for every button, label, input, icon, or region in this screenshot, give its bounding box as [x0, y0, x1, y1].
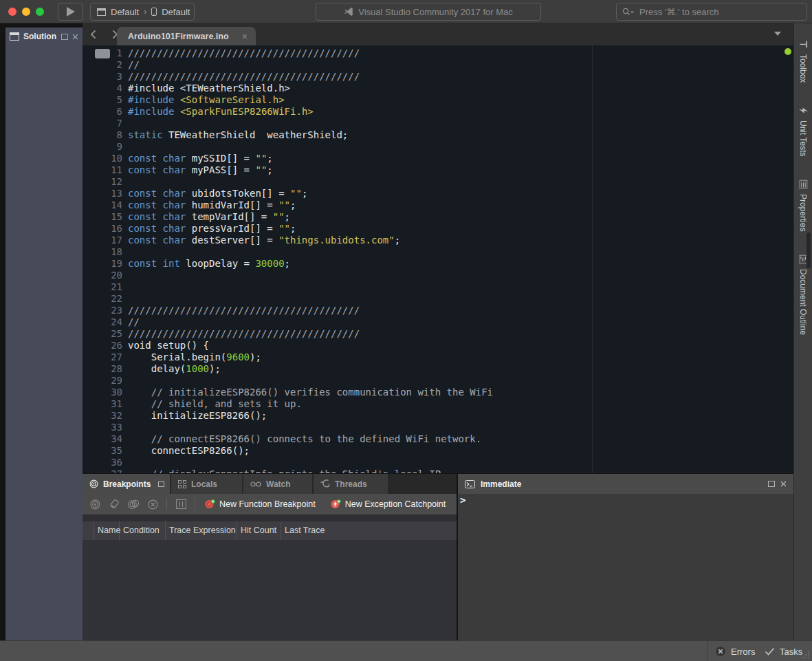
file-health-indicator-dot[interactable]	[784, 48, 791, 55]
code-line[interactable]: 17const char destServer[] = "things.ubid…	[83, 235, 777, 246]
line-number[interactable]: 7	[83, 118, 122, 129]
code-line[interactable]: 23//////////////////////////////////////…	[83, 305, 777, 316]
tab-list-dropdown-icon[interactable]	[774, 32, 781, 36]
line-number[interactable]: 1	[83, 47, 122, 59]
line-number[interactable]: 13	[83, 188, 122, 199]
code-line[interactable]: 14const char humidVarId[] = "";	[83, 199, 777, 211]
new-function-breakpoint-button[interactable]: New Function Breakpoint	[199, 499, 321, 509]
line-number[interactable]: 6	[83, 106, 122, 118]
tab-watch[interactable]: Watch	[243, 474, 312, 494]
line-number[interactable]: 24	[83, 316, 122, 328]
code-line[interactable]: 19const int loopDelay = 30000;	[83, 258, 777, 270]
code-line[interactable]: 32 initializeESP8266();	[83, 410, 777, 422]
sidebar-item-properties[interactable]: Properties	[798, 180, 808, 232]
code-editor[interactable]: 1///////////////////////////////////////…	[83, 45, 793, 473]
code-line[interactable]: 4#include <TEWeatherShield.h>	[83, 83, 777, 94]
tab-arduino101firmware[interactable]: Arduino101Firmware.ino ×	[117, 27, 256, 45]
breakpoints-list[interactable]	[83, 540, 457, 641]
line-number[interactable]: 10	[83, 153, 122, 164]
column-header[interactable]: Name	[94, 521, 120, 540]
remove-breakpoint-icon[interactable]	[143, 499, 162, 510]
configuration-primary[interactable]: Default	[111, 7, 139, 17]
scrollbar-thumb[interactable]	[806, 232, 811, 268]
resize-grip[interactable]	[802, 651, 810, 659]
code-line[interactable]: 27 Serial.begin(9600);	[83, 351, 777, 363]
new-exception-catchpoint-button[interactable]: New Exception Catchpoint	[325, 499, 452, 509]
line-number[interactable]: 21	[83, 281, 122, 293]
code-line[interactable]: 11const char myPASS[] = "";	[83, 164, 777, 176]
line-number[interactable]: 19	[83, 258, 122, 270]
code-line[interactable]: 3///////////////////////////////////////…	[83, 71, 777, 83]
column-header[interactable]: Condition	[120, 521, 166, 540]
code-line[interactable]: 5#include <SoftwareSerial.h>	[83, 94, 777, 106]
line-number[interactable]: 28	[83, 363, 122, 375]
minimize-window-button[interactable]	[22, 8, 30, 16]
zoom-window-button[interactable]	[36, 8, 44, 16]
code-line[interactable]: 8static TEWeatherShield weatherShield;	[83, 129, 777, 141]
line-number[interactable]: 12	[83, 176, 122, 188]
line-number[interactable]: 20	[83, 270, 122, 281]
clear-breakpoints-eraser-icon[interactable]	[105, 499, 124, 509]
line-number[interactable]: 4	[83, 83, 122, 94]
code-line[interactable]: 34 // connectESP8266() connects to the d…	[83, 433, 777, 445]
column-header[interactable]: Hit Count	[237, 521, 281, 540]
close-window-button[interactable]	[8, 8, 17, 16]
line-number[interactable]: 3	[83, 71, 122, 83]
line-number[interactable]: 25	[83, 328, 122, 340]
line-number[interactable]: 31	[83, 398, 122, 410]
line-number[interactable]: 5	[83, 94, 122, 106]
code-line[interactable]: 24//	[83, 316, 777, 328]
code-line[interactable]: 10const char mySSID[] = "";	[83, 153, 777, 164]
code-line[interactable]: 21	[83, 281, 777, 293]
close-icon[interactable]	[780, 481, 787, 487]
sidebar-item-unit-tests[interactable]: Unit Tests	[798, 106, 808, 156]
code-line[interactable]: 7	[83, 118, 777, 129]
line-number[interactable]: 22	[83, 293, 122, 305]
code-line[interactable]: 35 connectESP8266();	[83, 445, 777, 457]
code-line[interactable]: 6#include <SparkFunESP8266WiFi.h>	[83, 106, 777, 118]
code-line[interactable]: 2//	[83, 59, 777, 71]
code-line[interactable]: 1///////////////////////////////////////…	[83, 47, 777, 59]
code-line[interactable]: 20	[83, 270, 777, 281]
line-number[interactable]: 18	[83, 246, 122, 258]
line-number[interactable]: 15	[83, 211, 122, 223]
line-number[interactable]: 9	[83, 141, 122, 153]
line-number[interactable]: 27	[83, 351, 122, 363]
new-breakpoint-icon[interactable]	[85, 499, 105, 510]
code-line[interactable]: 31 // shield, and sets it up.	[83, 398, 777, 410]
code-line[interactable]: 37 // displayConnectInfo prints the Shie…	[83, 468, 777, 473]
dock-icon[interactable]	[158, 481, 164, 487]
tab-close-icon[interactable]: ×	[241, 32, 249, 41]
code-line[interactable]: 33	[83, 422, 777, 433]
close-icon[interactable]	[72, 34, 78, 40]
line-number[interactable]: 32	[83, 410, 122, 422]
configuration-secondary[interactable]: Default	[162, 7, 190, 17]
immediate-prompt[interactable]: >	[460, 495, 465, 506]
immediate-console[interactable]: >	[458, 494, 793, 641]
line-number[interactable]: 36	[83, 457, 122, 468]
sidebar-item-toolbox[interactable]: Toolbox	[798, 40, 808, 83]
code-line[interactable]: 30 // initializeESP8266() verifies commu…	[83, 387, 777, 398]
line-number[interactable]: 17	[83, 235, 122, 246]
code-line[interactable]: 18	[83, 246, 777, 258]
code-line[interactable]: 26void setup() {	[83, 340, 777, 351]
dock-icon[interactable]	[768, 481, 775, 487]
line-number[interactable]: 23	[83, 305, 122, 316]
line-number[interactable]: 11	[83, 164, 122, 176]
errors-button[interactable]: Errors	[715, 641, 755, 661]
tab-breakpoints[interactable]: Breakpoints	[83, 474, 170, 494]
line-number[interactable]: 26	[83, 340, 122, 351]
line-number[interactable]: 16	[83, 223, 122, 235]
code-line[interactable]: 9	[83, 141, 777, 153]
line-number[interactable]: 2	[83, 59, 122, 71]
columns-options-icon[interactable]	[171, 499, 190, 509]
code-line[interactable]: 16const char pressVarId[] = "";	[83, 223, 777, 235]
code-line[interactable]: 29	[83, 375, 777, 387]
tasks-button[interactable]: Tasks	[765, 641, 802, 661]
line-number[interactable]: 37	[83, 468, 122, 473]
code-line[interactable]: 13const char ubidotsToken[] = "";	[83, 188, 777, 199]
code-line[interactable]: 25//////////////////////////////////////…	[83, 328, 777, 340]
tab-threads[interactable]: Threads	[314, 474, 388, 494]
column-header[interactable]: Last Trace	[281, 521, 457, 540]
code-line[interactable]: 36	[83, 457, 777, 468]
